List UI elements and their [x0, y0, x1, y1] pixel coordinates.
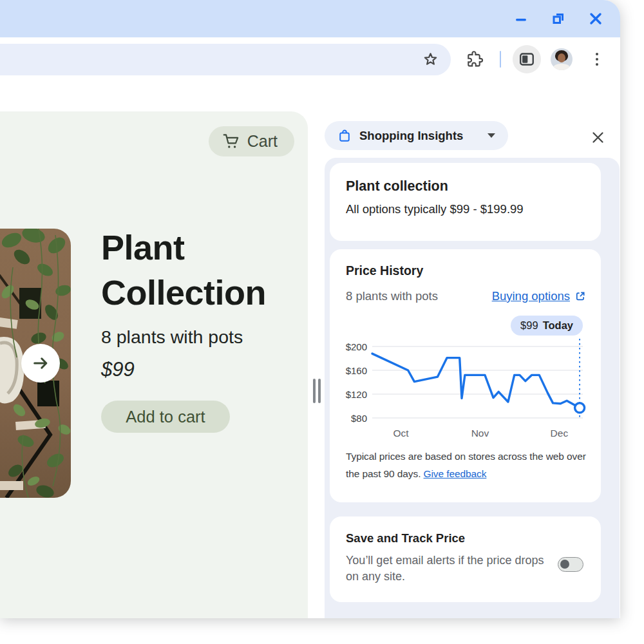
product-title: Plant Collection: [101, 225, 301, 315]
more-menu-icon: [596, 63, 598, 66]
minimize-icon: [514, 12, 528, 26]
extensions-button[interactable]: [466, 50, 484, 68]
avatar-shirt: [553, 64, 570, 70]
chrome-menu-button[interactable]: [589, 48, 605, 70]
summary-card: Plant collection All options typically $…: [330, 163, 601, 241]
arrow-right-icon: [32, 354, 50, 372]
close-panel-icon: [592, 131, 604, 144]
price-history-disclaimer: Typical prices are based on stores acros…: [346, 448, 591, 482]
browser-window: Cart: [0, 0, 620, 618]
window-controls: [512, 0, 605, 37]
drag-bar: [318, 379, 321, 403]
cart-icon: [223, 133, 240, 150]
price-history-chart-wrap: $200$160$120$80OctNovDec: [343, 339, 587, 443]
svg-text:Nov: Nov: [471, 428, 489, 439]
price-history-product: 8 plants with pots: [346, 289, 438, 303]
toggle-knob: [560, 560, 569, 569]
track-price-title: Save and Track Price: [346, 531, 465, 545]
cart-button-label: Cart: [247, 132, 278, 151]
summary-card-title: Plant collection: [346, 178, 448, 194]
buying-options-link[interactable]: Buying options: [492, 289, 586, 303]
profile-avatar[interactable]: [551, 48, 573, 70]
price-history-card: Price History 8 plants with pots Buying …: [330, 249, 601, 502]
shop-page: Cart: [0, 111, 308, 618]
product-price: $99: [101, 358, 135, 381]
price-history-subrow: 8 plants with pots Buying options: [346, 289, 586, 303]
drag-bar: [313, 379, 316, 403]
screenshot-stage: Cart: [0, 0, 644, 644]
avatar-face: [558, 53, 565, 62]
price-history-title: Price History: [346, 263, 423, 278]
toolbar-divider: [500, 51, 501, 68]
cart-button[interactable]: Cart: [209, 126, 294, 156]
external-link-icon: [574, 290, 586, 302]
titlebar: [0, 0, 620, 37]
current-price-value: $99: [520, 319, 538, 332]
side-panel-title: Shopping Insights: [359, 129, 463, 143]
bookmark-star-icon: [422, 51, 439, 68]
price-history-chart: $200$160$120$80OctNovDec: [343, 339, 587, 443]
svg-text:Dec: Dec: [551, 428, 569, 439]
summary-card-range: All options typically $99 - $199.99: [346, 202, 524, 216]
close-icon: [589, 12, 603, 26]
add-to-cart-button[interactable]: Add to cart: [101, 401, 230, 433]
svg-text:$200: $200: [346, 341, 367, 352]
buying-options-label: Buying options: [492, 289, 570, 303]
price-alert-toggle[interactable]: [558, 557, 583, 572]
bookmark-star-button[interactable]: [422, 51, 439, 68]
restore-icon: [551, 12, 565, 26]
browser-toolbar: [0, 37, 620, 80]
svg-text:$120: $120: [346, 389, 367, 400]
shopping-bag-icon: [337, 129, 352, 143]
svg-text:$160: $160: [346, 365, 367, 376]
current-price-label: Today: [543, 319, 573, 332]
side-panel-button[interactable]: [513, 45, 541, 73]
minimize-button[interactable]: [512, 10, 530, 28]
side-panel-title-dropdown[interactable]: Shopping Insights: [325, 121, 508, 150]
next-image-button[interactable]: [21, 344, 60, 383]
address-bar[interactable]: [0, 44, 451, 75]
more-menu-icon: [596, 58, 598, 61]
side-panel-body: Plant collection All options typically $…: [325, 158, 620, 618]
svg-text:Oct: Oct: [393, 428, 409, 439]
chevron-down-icon: [488, 133, 495, 138]
svg-text:$80: $80: [351, 413, 367, 424]
product-subtitle: 8 plants with pots: [101, 327, 243, 348]
more-menu-icon: [596, 53, 598, 55]
side-panel-resize-handle[interactable]: [313, 379, 322, 403]
close-window-button[interactable]: [587, 10, 605, 28]
give-feedback-link[interactable]: Give feedback: [424, 468, 487, 479]
extensions-icon: [466, 50, 484, 68]
track-price-card: Save and Track Price You’ll get email al…: [330, 516, 601, 602]
track-price-description: You’ll get email alerts if the price dro…: [346, 553, 544, 584]
current-price-badge: $99 Today: [511, 316, 583, 336]
close-side-panel-button[interactable]: [586, 126, 609, 149]
restore-button[interactable]: [549, 10, 567, 28]
side-panel-icon: [518, 51, 535, 68]
